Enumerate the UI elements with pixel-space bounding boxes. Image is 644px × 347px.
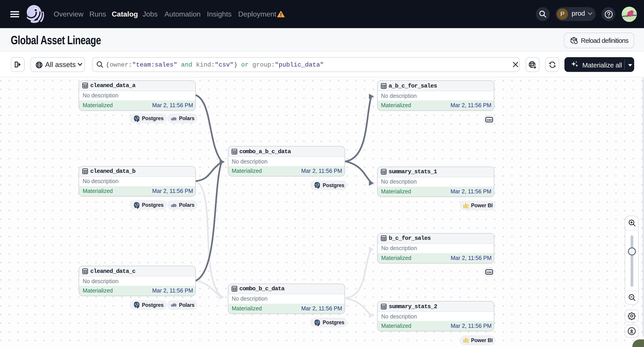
svg-text:csv: csv: [487, 118, 492, 121]
svg-text:csv: csv: [487, 270, 492, 274]
